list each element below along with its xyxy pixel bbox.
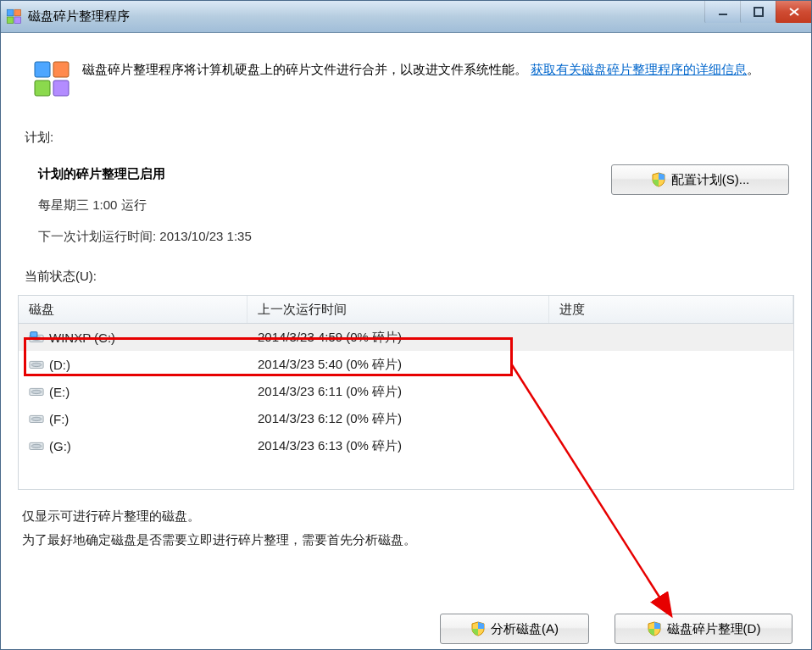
last-run-cell: 2014/3/23 6:13 (0% 碎片) xyxy=(247,438,549,454)
svg-point-16 xyxy=(31,363,42,366)
shield-icon xyxy=(651,172,666,187)
svg-rect-10 xyxy=(35,81,50,96)
status-label: 当前状态(U): xyxy=(25,269,794,285)
configure-schedule-button[interactable]: 配置计划(S)... xyxy=(611,164,789,195)
disk-cell: (F:) xyxy=(19,412,247,426)
drive-icon xyxy=(29,385,44,398)
table-row[interactable]: (D:)2014/3/23 5:40 (0% 碎片) xyxy=(19,351,793,378)
schedule-label: 计划: xyxy=(25,130,794,146)
shield-icon xyxy=(470,621,486,636)
analyze-disk-button[interactable]: 分析磁盘(A) xyxy=(440,614,589,644)
window-main: 磁盘碎片整理程序 xyxy=(0,0,812,650)
os-drive-icon xyxy=(29,331,44,344)
defrag-icon xyxy=(31,58,72,99)
schedule-area: 计划的碎片整理已启用 每星期三 1:00 运行 下一次计划运行时间: 2013/… xyxy=(18,151,794,245)
drive-icon xyxy=(29,358,44,371)
last-run-cell: 2014/3/23 5:40 (0% 碎片) xyxy=(247,357,549,373)
window-title: 磁盘碎片整理程序 xyxy=(28,8,130,25)
table-row[interactable]: (F:)2014/3/23 6:12 (0% 碎片) xyxy=(19,405,793,432)
disk-name: (F:) xyxy=(49,412,69,426)
analyze-disk-label: 分析磁盘(A) xyxy=(491,621,559,637)
col-last-run[interactable]: 上一次运行时间 xyxy=(247,296,549,323)
defrag-disk-button[interactable]: 磁盘碎片整理(D) xyxy=(615,614,793,644)
svg-rect-5 xyxy=(754,8,763,16)
schedule-enabled-text: 计划的碎片整理已启用 xyxy=(38,166,611,182)
schedule-next-text: 下一次计划运行时间: 2013/10/23 1:35 xyxy=(38,229,611,245)
disk-name: WINXP (C:) xyxy=(49,331,115,345)
note-line-1: 仅显示可进行碎片整理的磁盘。 xyxy=(22,505,794,527)
table-header: 磁盘 上一次运行时间 进度 xyxy=(19,296,793,324)
disk-name: (E:) xyxy=(49,385,70,399)
content-area: 磁盘碎片整理程序将计算机硬盘上的碎片文件进行合并，以改进文件系统性能。 获取有关… xyxy=(1,33,811,567)
svg-rect-2 xyxy=(7,17,14,24)
svg-rect-9 xyxy=(53,62,69,77)
defrag-icon-small xyxy=(6,8,23,25)
svg-rect-11 xyxy=(53,81,69,96)
drive-icon xyxy=(29,439,44,453)
disk-table: 磁盘 上一次运行时间 进度 WINXP (C:)2014/3/23 4:59 (… xyxy=(18,295,794,490)
last-run-cell: 2014/3/23 6:11 (0% 碎片) xyxy=(247,384,549,400)
svg-rect-14 xyxy=(31,332,37,337)
col-progress[interactable]: 进度 xyxy=(549,296,793,323)
intro-help-link[interactable]: 获取有关磁盘碎片整理程序的详细信息 xyxy=(531,62,747,76)
intro-text: 磁盘碎片整理程序将计算机硬盘上的碎片文件进行合并，以改进文件系统性能。 获取有关… xyxy=(82,58,759,81)
maximize-button[interactable] xyxy=(740,1,776,23)
minimize-button[interactable] xyxy=(704,1,740,23)
disk-name: (G:) xyxy=(49,439,71,453)
disk-cell: WINXP (C:) xyxy=(19,331,247,345)
table-row[interactable]: (E:)2014/3/23 6:11 (0% 碎片) xyxy=(19,378,793,405)
svg-point-20 xyxy=(31,417,42,420)
disk-cell: (D:) xyxy=(19,358,247,372)
svg-rect-1 xyxy=(14,9,21,16)
svg-rect-0 xyxy=(7,9,14,16)
last-run-cell: 2014/3/23 4:59 (0% 碎片) xyxy=(247,330,549,346)
disk-cell: (G:) xyxy=(19,439,247,453)
defrag-disk-label: 磁盘碎片整理(D) xyxy=(667,621,761,637)
svg-rect-3 xyxy=(14,17,21,24)
disk-cell: (E:) xyxy=(19,385,247,399)
drive-icon xyxy=(29,412,44,425)
intro-period: 。 xyxy=(747,62,759,76)
window-controls xyxy=(704,1,811,25)
schedule-info: 计划的碎片整理已启用 每星期三 1:00 运行 下一次计划运行时间: 2013/… xyxy=(23,153,611,245)
table-row[interactable]: WINXP (C:)2014/3/23 4:59 (0% 碎片) xyxy=(19,324,793,351)
note-line-2: 为了最好地确定磁盘是否需要立即进行碎片整理，需要首先分析磁盘。 xyxy=(22,529,794,551)
last-run-cell: 2014/3/23 6:12 (0% 碎片) xyxy=(247,411,549,427)
svg-rect-8 xyxy=(35,62,50,77)
shield-icon xyxy=(647,621,662,636)
schedule-every-text: 每星期三 1:00 运行 xyxy=(38,197,611,214)
configure-schedule-label: 配置计划(S)... xyxy=(671,172,750,188)
table-row[interactable]: (G:)2014/3/23 6:13 (0% 碎片) xyxy=(19,432,793,459)
close-button[interactable] xyxy=(776,1,811,23)
table-body: WINXP (C:)2014/3/23 4:59 (0% 碎片) (D:)201… xyxy=(19,324,793,459)
intro-row: 磁盘碎片整理程序将计算机硬盘上的碎片文件进行合并，以改进文件系统性能。 获取有关… xyxy=(31,58,789,99)
col-disk[interactable]: 磁盘 xyxy=(19,296,247,323)
intro-prefix: 磁盘碎片整理程序将计算机硬盘上的碎片文件进行合并，以改进文件系统性能。 xyxy=(82,62,527,76)
footer-buttons: 分析磁盘(A) 磁盘碎片整理(D) xyxy=(440,614,793,644)
titlebar: 磁盘碎片整理程序 xyxy=(1,1,811,33)
disk-name: (D:) xyxy=(49,358,70,372)
svg-point-18 xyxy=(31,390,42,393)
svg-point-22 xyxy=(31,444,42,447)
svg-rect-4 xyxy=(719,14,727,15)
